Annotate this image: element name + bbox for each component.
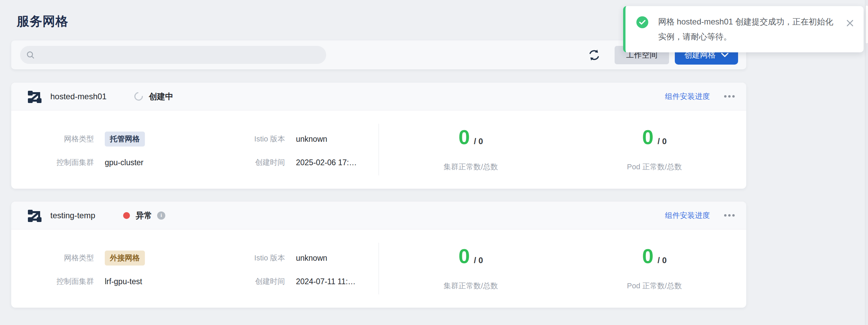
control-plane-cluster-value: lrf-gpu-test — [105, 277, 217, 286]
loading-spinner-icon — [133, 90, 145, 102]
cluster-healthy-count: 0 — [458, 246, 470, 267]
mesh-card-header: testing-temp 异常 i 组件安装进度 — [11, 202, 746, 229]
istio-version-label: Istio 版本 — [228, 253, 285, 263]
component-install-progress-link[interactable]: 组件安装进度 — [665, 210, 710, 221]
mesh-card-testing-temp: testing-temp 异常 i 组件安装进度 网格类型 外接网格 Istio… — [11, 202, 746, 308]
pod-stat: 0 / 0 Pod 正常数/总数 — [563, 246, 746, 291]
created-time-value: 2024-07-11 11:… — [296, 277, 379, 286]
cluster-stat-label: 集群正常数/总数 — [444, 281, 498, 291]
cluster-stat: 0 / 0 集群正常数/总数 — [379, 246, 563, 291]
created-time-value: 2025-02-06 17:… — [296, 158, 379, 167]
info-icon[interactable]: i — [157, 211, 165, 220]
pod-stat-label: Pod 正常数/总数 — [627, 162, 682, 172]
scrollbar-thumb[interactable] — [866, 5, 868, 44]
pod-healthy-count: 0 — [642, 246, 653, 267]
component-install-progress-link[interactable]: 组件安装进度 — [665, 91, 710, 102]
control-plane-cluster-label: 控制面集群 — [11, 157, 94, 168]
more-actions-icon[interactable] — [723, 93, 735, 100]
refresh-button[interactable] — [587, 48, 602, 63]
pod-healthy-count: 0 — [642, 127, 653, 148]
more-actions-icon[interactable] — [723, 212, 735, 219]
istio-version-value: unknown — [296, 135, 379, 144]
mesh-name[interactable]: testing-temp — [50, 211, 95, 220]
mesh-type-label: 网格类型 — [11, 134, 94, 144]
mesh-card-body: 网格类型 托管网格 Istio 版本 unknown 控制面集群 gpu-clu… — [11, 110, 746, 189]
mesh-card-header: hosted-mesh01 创建中 组件安装进度 — [11, 83, 746, 110]
mesh-stats: 0 / 0 集群正常数/总数 0 / 0 Pod 正常数/总数 — [379, 127, 746, 172]
mesh-type-label: 网格类型 — [11, 253, 94, 263]
mesh-card-hosted-mesh01: hosted-mesh01 创建中 组件安装进度 网格类型 托管网格 Istio… — [11, 83, 746, 189]
cluster-healthy-count: 0 — [458, 127, 470, 148]
mesh-icon — [27, 208, 42, 223]
mesh-stats: 0 / 0 集群正常数/总数 0 / 0 Pod 正常数/总数 — [379, 246, 746, 291]
istio-version-value: unknown — [296, 254, 379, 263]
mesh-info: 网格类型 外接网格 Istio 版本 unknown 控制面集群 lrf-gpu… — [11, 251, 379, 287]
success-check-icon — [636, 16, 648, 28]
refresh-icon — [587, 48, 602, 63]
search-box[interactable] — [20, 46, 326, 64]
istio-version-label: Istio 版本 — [228, 134, 285, 144]
chevron-down-icon — [721, 53, 729, 57]
mesh-status: 创建中 — [134, 91, 173, 102]
status-text: 异常 — [136, 210, 152, 221]
status-text: 创建中 — [149, 91, 173, 102]
cluster-total-count: / 0 — [474, 137, 483, 146]
toast-message: 网格 hosted-mesh01 创建提交成功，正在初始化实例，请耐心等待。 — [658, 17, 833, 41]
pod-stat: 0 / 0 Pod 正常数/总数 — [563, 127, 746, 172]
mesh-card-body: 网格类型 外接网格 Istio 版本 unknown 控制面集群 lrf-gpu… — [11, 229, 746, 308]
control-plane-cluster-value: gpu-cluster — [105, 158, 217, 167]
scrollbar-track[interactable] — [865, 0, 868, 325]
success-toast: 网格 hosted-mesh01 创建提交成功，正在初始化实例，请耐心等待。 — [623, 6, 864, 52]
mesh-status: 异常 i — [123, 210, 165, 221]
error-dot-icon — [123, 212, 130, 219]
mesh-info: 网格类型 托管网格 Istio 版本 unknown 控制面集群 gpu-clu… — [11, 132, 379, 168]
cluster-stat-label: 集群正常数/总数 — [444, 162, 498, 172]
pod-total-count: / 0 — [657, 137, 667, 146]
cluster-stat: 0 / 0 集群正常数/总数 — [379, 127, 563, 172]
created-time-label: 创建时间 — [228, 157, 285, 168]
search-input[interactable] — [39, 51, 320, 59]
cluster-total-count: / 0 — [474, 256, 483, 265]
mesh-name[interactable]: hosted-mesh01 — [50, 92, 106, 101]
pod-total-count: / 0 — [657, 256, 667, 265]
mesh-type-badge: 外接网格 — [105, 251, 145, 266]
mesh-type-badge: 托管网格 — [105, 132, 145, 147]
close-icon[interactable] — [845, 18, 855, 30]
pod-stat-label: Pod 正常数/总数 — [627, 281, 682, 291]
search-icon — [26, 51, 35, 59]
control-plane-cluster-label: 控制面集群 — [11, 276, 94, 287]
mesh-icon — [27, 89, 42, 104]
created-time-label: 创建时间 — [228, 276, 285, 287]
